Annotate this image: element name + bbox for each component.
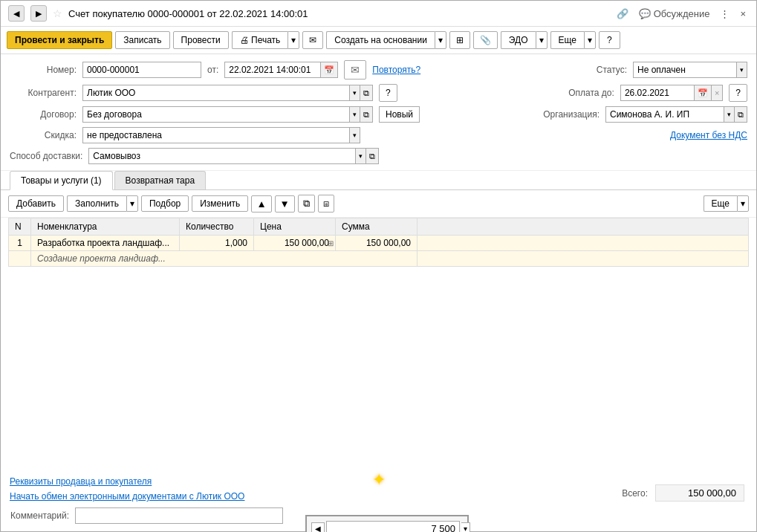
print-button[interactable]: 🖨 Печать [232,31,288,49]
col-header-nom: Номенклатура [31,218,180,236]
table-section: N Номенклатура Количество Цена Сумма 1 Р… [1,218,756,307]
contractor-help-btn[interactable]: ? [379,84,397,102]
email-notify-btn[interactable]: ✉ [344,60,366,80]
calc-display-input[interactable] [326,521,460,532]
calculator-popup: ◀ ▾ 7 8 9 + +/- C 4 5 6 - % CE [305,515,469,532]
main-toolbar: Провести и закрыть Записать Провести 🖨 П… [1,27,756,54]
col-header-qty: Количество [180,218,254,236]
favorite-icon[interactable]: ☆ [53,7,62,19]
pay-clear-btn[interactable]: × [712,85,723,101]
forward-button[interactable]: ▶ [30,5,47,22]
create-based-button[interactable]: Создать на основании [326,31,435,49]
more-dropdown[interactable]: ▾ [584,31,596,49]
pay-until-combo: 📅 × [620,85,723,101]
from-label: от: [207,65,218,75]
pay-until-input[interactable] [620,85,695,101]
select-button[interactable]: Подбор [141,195,189,212]
calc-display-dropdown[interactable]: ▾ [461,522,470,532]
cell-nom: Разработка проекта ландшаф... [31,236,180,251]
date-combo: 📅 [224,62,338,78]
form-area: Номер: от: 📅 ✉ Повторять? Статус: ▾ Конт… [1,54,756,171]
no-nds-link[interactable]: Документ без НДС [667,130,747,140]
new-agreement-btn[interactable]: Новый [379,106,420,123]
date-picker-btn[interactable]: 📅 [321,62,338,78]
post-close-button[interactable]: Провести и закрыть [7,31,112,49]
add-button[interactable]: Добавить [8,195,64,212]
delivery-open-btn[interactable]: ⧉ [366,148,379,164]
pay-calendar-btn[interactable]: 📅 [695,85,712,101]
move-down-button[interactable]: ▼ [275,195,295,213]
pay-help-btn[interactable]: ? [729,84,747,102]
edi-link[interactable]: Начать обмен электронными документами с … [10,491,244,502]
more-icon[interactable]: ⋮ [717,7,732,21]
contractor-input[interactable] [82,85,350,101]
tabs-bar: Товары и услуги (1) Возвратная тара [1,171,756,190]
delivery-input[interactable] [88,148,356,164]
fill-dropdown[interactable]: ▾ [126,195,138,212]
agreement-label: Договор: [10,109,77,120]
tab-goods[interactable]: Товары и услуги (1) [10,171,113,190]
subrow-n [9,251,31,267]
table-subrow: Создание проекта ландшаф... [9,251,749,267]
org-input[interactable] [605,106,724,123]
status-dropdown[interactable]: ▾ [737,62,747,78]
more-button[interactable]: Еще [550,31,584,49]
agreement-input[interactable] [82,106,350,123]
org-open-btn[interactable]: ⧉ [735,106,747,123]
col-header-price: Цена [254,218,336,236]
back-button[interactable]: ◀ [8,5,25,22]
subrow-extra [418,251,749,267]
discount-label: Скидка: [10,130,77,140]
attach-btn[interactable]: 📎 [473,31,498,49]
link-icon[interactable]: 🔗 [614,7,631,21]
grid-icon-btn[interactable]: ⊞ [449,31,470,49]
post-button[interactable]: Провести [173,31,229,49]
contractor-dropdown[interactable]: ▾ [350,85,360,101]
table-more-button[interactable]: Еще [704,195,737,212]
table-row[interactable]: 1 Разработка проекта ландшаф... 1,000 15… [9,236,749,251]
create-based-dropdown[interactable]: ▾ [435,31,446,49]
org-label: Организация: [533,109,600,120]
agreement-open-btn[interactable]: ⧉ [360,106,373,123]
delivery-dropdown[interactable]: ▾ [356,148,366,164]
agreement-dropdown[interactable]: ▾ [350,106,360,123]
agreement-combo: ▾ ⧉ [82,106,373,123]
total-label: Всего: [622,488,648,499]
tab-return[interactable]: Возвратная тара [114,171,207,189]
title-icons: 🔗 💬 Обсуждение ⋮ × [614,7,749,21]
fill-button[interactable]: Заполнить [67,195,126,212]
edo-dropdown[interactable]: ▾ [536,31,548,49]
discussion-button[interactable]: 💬 Обсуждение [636,7,712,21]
comment-input[interactable] [75,507,283,524]
number-input[interactable] [82,62,201,78]
total-section: Всего: 150 000,00 [622,484,747,502]
paste-button[interactable]: ⧆ [318,195,334,213]
table-more-dropdown[interactable]: ▾ [737,195,749,212]
change-button[interactable]: Изменить [192,195,248,212]
move-up-button[interactable]: ▲ [251,195,271,213]
bottom-links: Реквизиты продавца и покупателя Начать о… [10,476,244,502]
status-combo: ▾ [633,62,747,78]
discount-input[interactable] [82,127,350,143]
contractor-row: Контрагент: ▾ ⧉ ? Оплата до: 📅 × ? [10,84,747,102]
subrow-text: Создание проекта ландшаф... [31,251,418,267]
date-input[interactable] [224,62,321,78]
email-button[interactable]: ✉ [302,31,323,49]
contractor-open-btn[interactable]: ⧉ [360,85,373,101]
calc-trigger-icon[interactable]: ⊞ [328,239,334,247]
org-dropdown[interactable]: ▾ [724,106,735,123]
calc-left-arrow[interactable]: ◀ [311,522,325,532]
discount-dropdown[interactable]: ▾ [350,127,360,143]
help-button[interactable]: ? [599,31,620,49]
save-button[interactable]: Записать [115,31,169,49]
repeat-link[interactable]: Повторять? [372,65,420,75]
seller-buyer-link[interactable]: Реквизиты продавца и покупателя [10,476,244,487]
edo-button[interactable]: ЭДО [501,31,536,49]
print-dropdown[interactable]: ▾ [287,31,299,49]
copy-button[interactable]: ⧉ [298,195,315,213]
cell-price: 150 000,00 ⊞ [254,236,336,251]
delivery-combo: ▾ ⧉ [88,148,379,164]
number-row: Номер: от: 📅 ✉ Повторять? Статус: ▾ [10,60,747,80]
close-button[interactable]: × [737,7,749,21]
status-input[interactable] [633,62,737,78]
